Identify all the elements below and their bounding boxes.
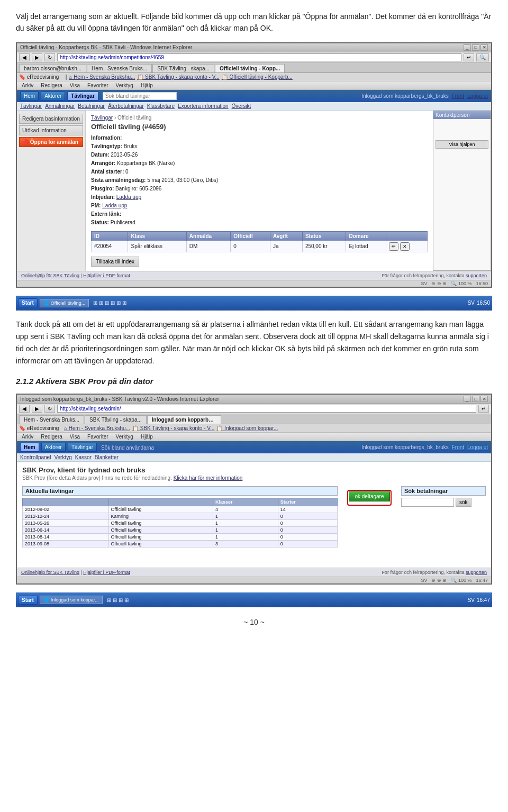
subnav-aterbetalningar-1[interactable]: Återbetalningar bbox=[108, 103, 144, 109]
taskbar-ie-item-2[interactable]: 🌐 Inloggad som koppar... bbox=[40, 596, 103, 604]
search-tavlingar-input-1[interactable] bbox=[103, 92, 177, 100]
subnav-verktyg-2[interactable]: Verktyg bbox=[54, 454, 71, 460]
online-hjalp-link-2[interactable]: Onlinehjälp för SBK Tävling bbox=[21, 570, 79, 575]
refresh-browser-btn-1[interactable]: ↻ bbox=[44, 53, 55, 61]
logga-ut-link-2[interactable]: Logga ut bbox=[467, 444, 488, 450]
menu-hjalp-2[interactable]: Hjälp bbox=[139, 433, 155, 440]
taskbar2-icon-4[interactable]: ⊞ bbox=[124, 597, 129, 603]
start-btn-1[interactable]: Start bbox=[18, 298, 38, 307]
menu-visa-2[interactable]: Visa bbox=[68, 433, 81, 440]
menu-arkiv-2[interactable]: Arkiv bbox=[20, 433, 35, 440]
tillbaka-btn-1[interactable]: Tillbaka till index bbox=[91, 257, 139, 267]
toolbar-officiell-link-1[interactable]: 📋 Officiell tävling - Kopparb... bbox=[222, 74, 293, 80]
taskbar-icon-2[interactable]: ⊞ bbox=[99, 300, 103, 306]
menu-arkiv-1[interactable]: Arkiv bbox=[20, 82, 35, 89]
menu-redigera-1[interactable]: Redigera bbox=[39, 82, 64, 89]
forward-browser-btn-1[interactable]: ▶ bbox=[32, 53, 42, 61]
ok-deltagare-btn[interactable]: ok deltagare bbox=[349, 491, 389, 501]
ladda-upp-pm-link[interactable]: Ladda upp bbox=[102, 203, 127, 208]
ladda-upp-inbjudan-link[interactable]: Ladda upp bbox=[116, 194, 141, 200]
minimize-btn-2[interactable]: _ bbox=[464, 396, 471, 402]
browser-titlebar-1: Officiell tävling - Kopparbergs BK - SBK… bbox=[17, 43, 491, 52]
delete-row-btn-1[interactable]: ✕ bbox=[400, 242, 410, 251]
taskbar-icon-3[interactable]: ⊞ bbox=[105, 300, 109, 306]
subnav-kontrollpanel-2[interactable]: Kontrollpanel bbox=[20, 454, 51, 460]
online-hjalp-link-1[interactable]: Onlinehjälp för SBK Tävling bbox=[21, 273, 79, 278]
app2-info-link[interactable]: Klicka här för mer information bbox=[174, 475, 243, 481]
maximize-btn-2[interactable]: □ bbox=[472, 396, 479, 402]
taskbar-ie-item-1[interactable]: 🌐 Officiell tävling... bbox=[40, 299, 89, 307]
toolbar-hem-link-2[interactable]: ⌂ Hem - Svenska Brukshu... bbox=[64, 425, 130, 431]
hjalp-pdf-link-2[interactable]: Hjälpfiler i PDF-format bbox=[83, 570, 130, 575]
tab-1-1[interactable]: barbro.olsson@bruksh... bbox=[19, 64, 86, 72]
subnav-betalningar-1[interactable]: Betalningar bbox=[78, 103, 105, 109]
subnav-tavlingar-1[interactable]: Tävlingar bbox=[20, 103, 42, 109]
back-browser-btn-2[interactable]: ◀ bbox=[19, 405, 30, 413]
support-link-2[interactable]: supporten bbox=[466, 570, 487, 575]
nav-tavlingar-btn-1[interactable]: Tävlingar bbox=[67, 92, 98, 101]
maximize-btn-1[interactable]: □ bbox=[472, 44, 479, 51]
hjalp-pdf-link-1[interactable]: Hjälpfiler i PDF-format bbox=[83, 273, 130, 278]
taskbar-icon-6[interactable]: ⊞ bbox=[122, 300, 126, 306]
tab-2-3[interactable]: Inloggad som kopparber... bbox=[147, 415, 221, 424]
nav-aktorer-btn-1[interactable]: Aktörer bbox=[41, 92, 65, 101]
start-btn-2[interactable]: Start bbox=[18, 596, 38, 605]
menu-redigera-2[interactable]: Redigera bbox=[39, 433, 64, 440]
taskbar-icon-4[interactable]: ⊞ bbox=[111, 300, 115, 306]
refresh-browser-btn-2[interactable]: ↻ bbox=[44, 405, 55, 413]
menu-verktyg-2[interactable]: Verktyg bbox=[114, 433, 135, 440]
taskbar2-icon-1[interactable]: ⊞ bbox=[107, 597, 111, 603]
go-btn-1[interactable]: ↵ bbox=[464, 53, 474, 61]
nav-hem-btn-1[interactable]: Hem bbox=[20, 92, 39, 101]
back-browser-btn-1[interactable]: ◀ bbox=[19, 53, 30, 61]
logga-ut-link-1[interactable]: Logga ut bbox=[467, 93, 488, 99]
tab-1-3[interactable]: SBK Tävling - skapa... bbox=[152, 64, 214, 72]
taskbar2-icon-2[interactable]: ⊞ bbox=[113, 597, 117, 603]
menu-favoriter-1[interactable]: Favoriter bbox=[86, 82, 110, 89]
nav-tavlingar-btn-2[interactable]: Tävlingar bbox=[68, 443, 97, 452]
subnav-exportera-1[interactable]: Exportera information bbox=[178, 103, 229, 109]
menu-hjalp-1[interactable]: Hjälp bbox=[139, 82, 155, 89]
close-btn-1[interactable]: ✕ bbox=[480, 44, 488, 51]
front-link-1[interactable]: Front bbox=[452, 93, 464, 99]
search-browser-btn-1[interactable]: 🔍 bbox=[476, 53, 489, 61]
sok-btn[interactable]: sök bbox=[456, 498, 471, 507]
nav-hem-btn-2[interactable]: Hem bbox=[20, 443, 39, 452]
tab-2-1[interactable]: Hem - Svenska Bruks... bbox=[19, 415, 84, 424]
oppna-anmalan-btn[interactable]: 🔴 Öppna för anmälan bbox=[19, 137, 83, 147]
tab-2-2[interactable]: SBK Tävling - skapa... bbox=[85, 415, 147, 424]
menu-verktyg-1[interactable]: Verktyg bbox=[114, 82, 135, 89]
subnav-klassbytare-1[interactable]: Klassbytare bbox=[147, 103, 175, 109]
tab-1-4[interactable]: Officiell tävling - Kopp... bbox=[215, 64, 285, 72]
taskbar-ie-icon-1: 🌐 bbox=[43, 300, 49, 306]
front-link-2[interactable]: Front bbox=[452, 444, 464, 450]
edit-row-btn-1[interactable]: ✏ bbox=[389, 242, 398, 251]
nav-aktorer-btn-2[interactable]: Aktörer bbox=[41, 443, 66, 452]
menu-visa-1[interactable]: Visa bbox=[68, 82, 81, 89]
go-btn-2[interactable]: ↵ bbox=[478, 405, 489, 413]
subnav-kassor-2[interactable]: Kassor bbox=[75, 454, 92, 460]
toolbar-sbk-link-2[interactable]: 📋 SBK Tävling - skapa konto - V... bbox=[132, 425, 214, 431]
breadcrumb-tavlingar-1[interactable]: Tävlingar bbox=[91, 115, 113, 121]
visa-hjalpen-btn[interactable]: Visa hjälpen bbox=[436, 140, 488, 149]
taskbar-icon-1[interactable]: ⊞ bbox=[93, 300, 97, 306]
menu-favoriter-2[interactable]: Favoriter bbox=[86, 433, 110, 440]
utokad-info-btn[interactable]: Utökad information bbox=[19, 125, 83, 135]
address-bar-1[interactable] bbox=[57, 53, 461, 61]
redigera-bas-btn[interactable]: Redigera basinformation bbox=[19, 114, 83, 124]
minimize-btn-1[interactable]: _ bbox=[464, 44, 471, 51]
support-link-1[interactable]: supporten bbox=[466, 273, 487, 278]
toolbar-inloggad-link-2[interactable]: 📋 Inloggad som koppar... bbox=[216, 425, 278, 431]
tab-1-2[interactable]: Hem - Svenska Bruks... bbox=[87, 64, 152, 72]
subnav-anmalningar-1[interactable]: Anmälningar bbox=[45, 103, 75, 109]
taskbar-icon-5[interactable]: ⊞ bbox=[116, 300, 121, 306]
subnav-blanketter-2[interactable]: Blanketter bbox=[95, 454, 119, 460]
toolbar-home-link-1[interactable]: ⌂ Hem - Svenska Brukshu... bbox=[69, 74, 135, 80]
toolbar-sbk-link-1[interactable]: 📋 SBK Tävling - skapa konto - V... bbox=[137, 74, 219, 80]
sok-input[interactable] bbox=[401, 498, 454, 507]
taskbar2-icon-3[interactable]: ⊞ bbox=[119, 597, 123, 603]
forward-browser-btn-2[interactable]: ▶ bbox=[32, 405, 42, 413]
close-btn-2[interactable]: ✕ bbox=[480, 396, 488, 402]
address-bar-2[interactable] bbox=[57, 405, 476, 413]
subnav-oversikt-1[interactable]: Översikt bbox=[232, 103, 251, 109]
